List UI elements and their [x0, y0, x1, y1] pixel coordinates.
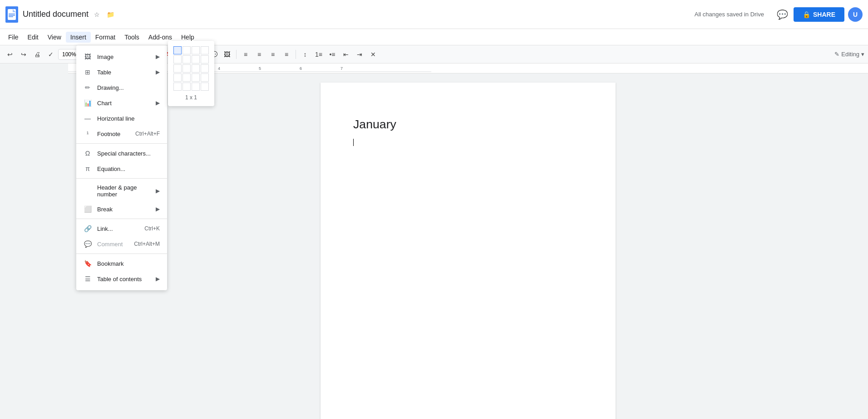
increase-indent-button[interactable]: ⇥ — [353, 48, 366, 61]
insert-equation-item[interactable]: π Equation... — [76, 161, 167, 176]
sep4 — [236, 50, 237, 59]
table-grid-cell[interactable] — [182, 46, 191, 54]
table-grid-cell[interactable] — [192, 46, 200, 54]
table-grid-cell[interactable] — [201, 83, 209, 91]
menu-item-format[interactable]: Format — [91, 32, 120, 43]
svg-text:6: 6 — [300, 66, 302, 71]
menu-section-1: 🖼 Image ▶ ⊞ Table ▶ ✏ Drawing... 📊 Chart… — [76, 47, 167, 144]
footnote-label: Footnote — [97, 131, 130, 137]
special-chars-icon: Ω — [84, 149, 92, 157]
insert-footnote-item[interactable]: ¹ Footnote Ctrl+Alt+F — [76, 126, 167, 141]
table-grid-cell[interactable] — [192, 55, 200, 63]
align-center-button[interactable]: ≡ — [253, 48, 266, 61]
comments-button[interactable]: 💬 — [775, 7, 790, 22]
table-grid-cell[interactable] — [173, 55, 182, 63]
avatar[interactable]: U — [848, 7, 863, 22]
link-shortcut: Ctrl+K — [144, 225, 160, 232]
menu-bar: File Edit View Insert Format Tools Add-o… — [0, 29, 868, 45]
table-grid-cell[interactable] — [182, 55, 191, 63]
insert-image-item[interactable]: 🖼 Image ▶ — [76, 49, 167, 64]
menu-section-5: 🔖 Bookmark ☰ Table of contents ▶ — [76, 254, 167, 288]
table-icon: ⊞ — [84, 68, 92, 76]
doc-heading: January — [353, 115, 583, 133]
line-spacing-button[interactable]: ↕ — [299, 48, 311, 61]
doc-area: January — [68, 73, 868, 419]
share-icon: 🔒 — [803, 11, 810, 18]
menu-item-file[interactable]: File — [4, 32, 23, 43]
table-grid-cell[interactable] — [192, 73, 200, 82]
drawing-icon: ✏ — [84, 83, 92, 92]
comment-shortcut: Ctrl+Alt+M — [134, 241, 160, 247]
table-grid-cell[interactable] — [182, 64, 191, 73]
editing-chevron: ▾ — [861, 51, 864, 58]
insert-break-item[interactable]: ⬜ Break ▶ — [76, 201, 167, 217]
menu-section-3: Header & page number ▶ ⬜ Break ▶ — [76, 179, 167, 219]
print-button[interactable]: 🖨 — [31, 48, 44, 61]
insert-hline-item[interactable]: — Horizontal line — [76, 111, 167, 126]
doc-content: January — [353, 115, 583, 149]
table-grid-cell[interactable] — [173, 46, 182, 54]
link-icon: 🔗 — [84, 224, 92, 233]
ordered-list-button[interactable]: 1≡ — [312, 48, 325, 61]
chart-icon: 📊 — [84, 99, 92, 107]
editing-icon: ✎ — [834, 51, 839, 58]
move-to-folder-button[interactable]: 📁 — [105, 9, 116, 20]
decrease-indent-button[interactable]: ⇤ — [340, 48, 352, 61]
table-grid-cell[interactable] — [173, 83, 182, 91]
insert-chart-item[interactable]: 📊 Chart ▶ — [76, 95, 167, 111]
image-label: Image — [97, 54, 150, 60]
title-info: Untitled document ☆ 📁 — [23, 9, 695, 20]
insert-table-item[interactable]: ⊞ Table ▶ — [76, 64, 167, 80]
table-grid-cell[interactable] — [182, 83, 191, 91]
special-chars-label: Special characters... — [97, 150, 160, 157]
table-label: Table — [97, 69, 150, 76]
table-grid-label: 1 x 1 — [173, 94, 209, 101]
table-grid-cell[interactable] — [173, 64, 182, 73]
footnote-shortcut: Ctrl+Alt+F — [135, 131, 160, 137]
insert-dropdown-menu: 🖼 Image ▶ ⊞ Table ▶ ✏ Drawing... 📊 Chart… — [76, 45, 167, 290]
undo-button[interactable]: ↩ — [4, 48, 16, 61]
menu-item-insert[interactable]: Insert — [66, 32, 91, 43]
toc-icon: ☰ — [84, 275, 92, 283]
redo-button[interactable]: ↪ — [17, 48, 30, 61]
insert-bookmark-item[interactable]: 🔖 Bookmark — [76, 256, 167, 271]
spellcheck-button[interactable]: ✓ — [44, 48, 57, 61]
align-right-button[interactable]: ≡ — [266, 48, 279, 61]
star-button[interactable]: ☆ — [91, 9, 102, 20]
table-grid-cell[interactable] — [182, 73, 191, 82]
table-grid-cell[interactable] — [192, 83, 200, 91]
table-grid-cell[interactable] — [201, 55, 209, 63]
align-justify-button[interactable]: ≡ — [280, 48, 293, 61]
menu-item-view[interactable]: View — [43, 32, 66, 43]
app-logo — [5, 6, 18, 23]
insert-special-chars-item[interactable]: Ω Special characters... — [76, 146, 167, 161]
insert-link-item[interactable]: 🔗 Link... Ctrl+K — [76, 221, 167, 236]
header-label: Header & page number — [97, 184, 150, 198]
share-button[interactable]: 🔒 SHARE — [794, 7, 844, 22]
menu-item-edit[interactable]: Edit — [23, 32, 43, 43]
clear-format-button[interactable]: ✕ — [367, 48, 380, 61]
sync-status: All changes saved in Drive — [695, 11, 764, 18]
unordered-list-button[interactable]: •≡ — [326, 48, 339, 61]
menu-section-4: 🔗 Link... Ctrl+K 💬 Comment Ctrl+Alt+M — [76, 219, 167, 254]
table-grid-cell[interactable] — [201, 73, 209, 82]
svg-rect-0 — [8, 9, 16, 20]
table-grid-cell[interactable] — [192, 64, 200, 73]
link-label: Link... — [97, 225, 139, 232]
menu-item-tools[interactable]: Tools — [120, 32, 144, 43]
insert-header-item[interactable]: Header & page number ▶ — [76, 180, 167, 201]
comment-icon: 💬 — [84, 240, 92, 248]
insert-image-button[interactable]: 🖼 — [221, 48, 233, 61]
header-arrow: ▶ — [156, 188, 160, 194]
toc-arrow: ▶ — [156, 276, 160, 282]
align-left-button[interactable]: ≡ — [239, 48, 252, 61]
table-grid-cell[interactable] — [201, 46, 209, 54]
title-bar: Untitled document ☆ 📁 All changes saved … — [0, 0, 868, 29]
table-grid-cell[interactable] — [201, 64, 209, 73]
insert-comment-item: 💬 Comment Ctrl+Alt+M — [76, 236, 167, 252]
doc-page: January — [321, 83, 616, 419]
hline-label: Horizontal line — [97, 115, 160, 122]
insert-drawing-item[interactable]: ✏ Drawing... — [76, 80, 167, 95]
table-grid-cell[interactable] — [173, 73, 182, 82]
insert-toc-item[interactable]: ☰ Table of contents ▶ — [76, 271, 167, 287]
